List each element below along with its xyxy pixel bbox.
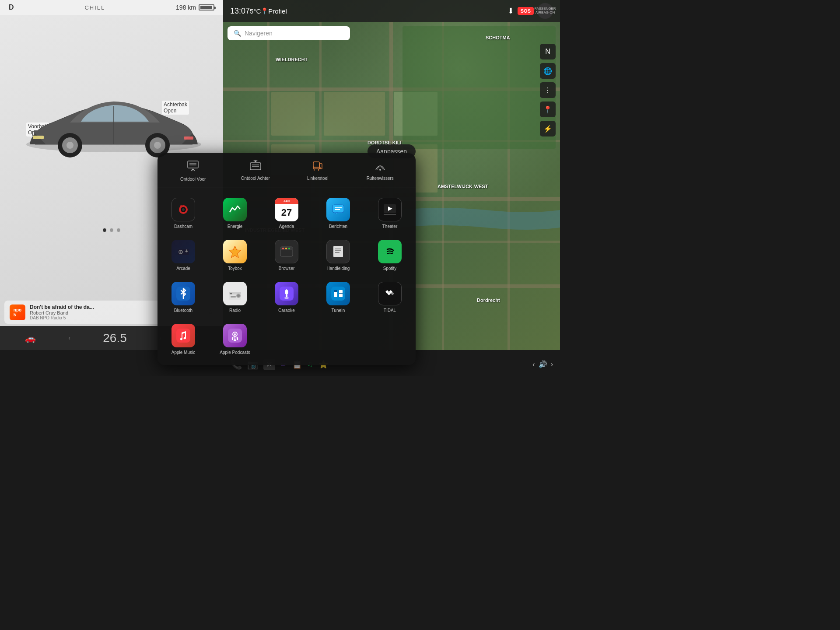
compass-button[interactable]: N [540,44,556,60]
svg-rect-51 [178,249,189,255]
svg-marker-56 [229,246,241,258]
svg-rect-28 [188,161,198,168]
radio-label: Radio [229,308,241,313]
chill-mode: CHILL [84,4,105,11]
bluetooth-icon [172,282,195,305]
quick-ctrl-ontdooi-voor[interactable]: Ontdooi Voor [175,159,210,182]
dot-1 [103,228,106,232]
location-button[interactable]: 📍 [540,102,556,117]
bluetooth-label: Bluetooth [174,308,192,313]
quick-controls-row: Ontdooi Voor Ontdooi Achter Linkerstoel … [158,153,416,188]
apple-podcasts-label: Apple Podcasts [220,350,250,355]
svg-rect-34 [313,162,319,167]
handleiding-label: Handleiding [327,266,350,271]
volume-next-icon[interactable]: › [551,360,553,368]
caraoke-icon [275,282,298,305]
svg-rect-22 [324,92,385,136]
app-bluetooth[interactable]: Bluetooth [158,276,209,318]
svg-rect-73 [231,296,236,298]
svg-rect-36 [319,164,322,169]
app-apple-podcasts[interactable]: Apple Podcasts [209,318,261,360]
spotify-icon [378,240,402,263]
map-top-bar: 13:07 5°C 📍 Profiel ⬇ SOS PASSENGERAIRBA… [223,0,560,22]
tidal-icon [378,282,402,305]
quick-ctrl-linkerstoel[interactable]: Linkerstoel [300,159,335,182]
app-apple-music[interactable]: Apple Music [158,318,209,360]
berichten-label: Berichten [329,224,347,229]
layers-button[interactable]: ⋮ [540,82,556,98]
svg-rect-21 [271,92,315,136]
svg-point-60 [285,248,287,249]
app-caraoke[interactable]: Caraoke [261,276,312,318]
app-energie[interactable]: Energie [209,192,261,234]
dashcam-label: Dashcam [174,224,192,229]
volume-prev-icon[interactable]: ‹ [532,360,535,368]
svg-point-55 [180,252,182,253]
map-controls: N 🌐 ⋮ 📍 ⚡ [540,44,556,136]
app-tunein[interactable]: TuneIn [312,276,364,318]
map-label-amstelwijck: AMSTELWIJCK-WEST [438,184,488,189]
svg-point-66 [384,245,396,258]
globe-button[interactable]: 🌐 [540,63,556,79]
temp-nav-prev[interactable]: ‹ [69,335,70,341]
ontdooi-achter-label: Ontdooi Achter [241,176,270,181]
svg-point-87 [234,333,236,335]
app-agenda[interactable]: JAN 27 Agenda [261,192,312,234]
search-bar[interactable]: 🔍 Navigeren [228,26,350,40]
svg-rect-31 [250,163,261,170]
quick-ctrl-ontdooi-achter[interactable]: Ontdooi Achter [238,159,273,182]
airbag-label: PASSENGERAIRBAG ON [534,7,556,15]
toybox-icon [223,240,247,263]
svg-rect-84 [176,329,190,343]
browser-label: Browser [279,266,295,271]
svg-point-61 [288,248,290,249]
apple-podcasts-icon [223,324,247,347]
agenda-label: Agenda [279,224,294,229]
app-toybox[interactable]: Toybox [209,234,261,276]
ruitenwissers-label: Ruitenwissers [367,176,394,181]
dashcam-icon [172,198,195,221]
theater-label: Theater [382,224,397,229]
svg-rect-76 [286,294,287,297]
app-theater[interactable]: Theater [364,192,416,234]
app-arcade[interactable]: Arcade [158,234,209,276]
svg-rect-54 [186,249,187,252]
app-tidal[interactable]: TIDAL [364,276,416,318]
quick-ctrl-ruitenwissers[interactable]: Ruitenwissers [363,159,398,182]
temperature-display: 26.5 [103,331,127,345]
theater-icon [378,198,402,221]
svg-rect-10 [34,130,38,133]
sos-button[interactable]: SOS [518,7,534,15]
ontdooi-achter-icon [249,159,262,173]
svg-point-72 [237,294,240,297]
search-icon: 🔍 [234,30,241,37]
svg-point-42 [182,208,185,211]
radio-icon [223,282,247,305]
app-spotify[interactable]: Spotify [364,234,416,276]
svg-rect-80 [334,290,337,292]
berichten-icon [326,198,350,221]
arcade-label: Arcade [176,266,190,271]
svg-point-59 [282,248,284,249]
page-indicator [103,228,120,232]
volume-controls: ‹ 🔊 › [532,360,553,368]
map-label-schotma: SCHOTMA [486,35,510,40]
app-radio[interactable]: Radio [209,276,261,318]
svg-rect-78 [331,287,345,301]
app-browser[interactable]: Browser [261,234,312,276]
app-handleiding[interactable]: Handleiding [312,234,364,276]
map-label-dordrecht: Dordrecht [477,298,500,303]
spotify-label: Spotify [383,266,397,271]
app-berichten[interactable]: Berichten [312,192,364,234]
toybox-label: Toybox [228,266,242,271]
radio-logo: npo5 [10,304,25,320]
svg-point-7 [154,142,161,149]
lightning-button[interactable]: ⚡ [540,121,556,136]
volume-icon[interactable]: 🔊 [539,360,547,368]
app-dashcam[interactable]: Dashcam [158,192,209,234]
car-icon[interactable]: 🚗 [25,333,36,343]
dot-3 [117,228,120,232]
svg-rect-8 [33,136,44,139]
apple-music-label: Apple Music [172,350,195,355]
location-dot-icon: 📍 [261,7,268,14]
